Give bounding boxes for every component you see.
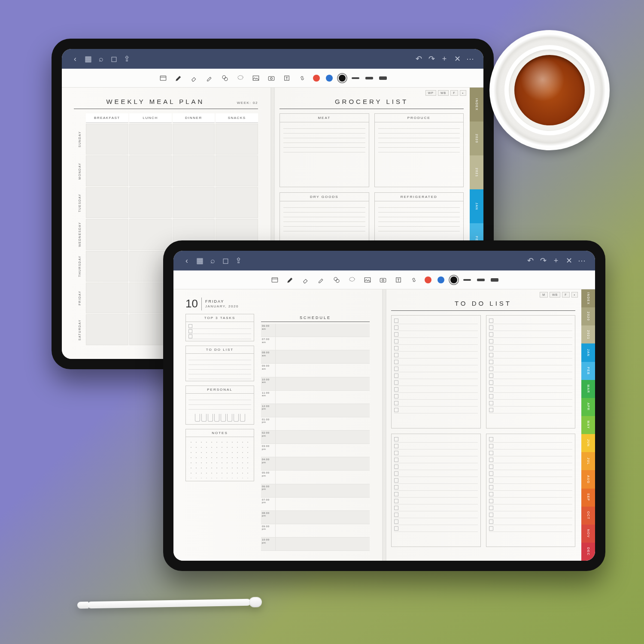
text-icon[interactable]: [282, 73, 292, 83]
side-tab[interactable]: SEP: [581, 489, 595, 507]
side-tab[interactable]: JUL: [581, 452, 595, 470]
image-icon[interactable]: [363, 275, 372, 285]
todo-row[interactable]: [394, 498, 478, 504]
schedule-row[interactable]: 06:00am: [261, 324, 370, 337]
todo-box[interactable]: [486, 315, 576, 428]
todo-row[interactable]: [394, 358, 478, 365]
color-blue[interactable]: [326, 75, 333, 82]
meal-cell[interactable]: [86, 219, 128, 250]
stroke-thin[interactable]: [352, 77, 359, 79]
todo-row[interactable]: [394, 450, 478, 456]
todo-row[interactable]: [489, 393, 573, 400]
link-icon[interactable]: [298, 73, 307, 83]
todo-row[interactable]: [489, 498, 573, 504]
side-tab[interactable]: JUN: [581, 434, 595, 452]
todo-row[interactable]: [489, 450, 573, 456]
panel-personal[interactable]: PERSONAL: [185, 386, 254, 425]
meal-cell[interactable]: [216, 124, 258, 155]
nav-chip[interactable]: •: [460, 90, 466, 96]
grid-icon[interactable]: ▦: [82, 54, 94, 64]
todo-row[interactable]: [489, 511, 573, 518]
schedule-row[interactable]: 07:00am: [261, 337, 370, 350]
side-tab[interactable]: JAN: [470, 189, 483, 223]
close-icon[interactable]: ✕: [451, 54, 464, 64]
todo-row[interactable]: [394, 525, 478, 532]
todo-row[interactable]: [489, 436, 573, 443]
camera-icon[interactable]: [378, 275, 388, 285]
more-icon[interactable]: ⋯: [575, 256, 588, 265]
todo-row[interactable]: [394, 407, 478, 413]
nav-chip[interactable]: WB: [550, 292, 560, 298]
pen-icon[interactable]: [174, 73, 183, 83]
stroke-thick[interactable]: [379, 76, 387, 80]
image-icon[interactable]: [251, 73, 261, 83]
todo-row[interactable]: [394, 372, 478, 379]
side-tab[interactable]: DEC: [581, 543, 595, 561]
side-tab[interactable]: 2021: [581, 325, 595, 343]
todo-row[interactable]: [489, 456, 573, 463]
todo-box[interactable]: [486, 434, 576, 547]
shapes-icon[interactable]: [332, 275, 341, 285]
share-icon[interactable]: ⇪: [120, 54, 133, 64]
meal-cell[interactable]: [216, 187, 258, 218]
side-tab[interactable]: 2020: [581, 307, 595, 325]
side-tab[interactable]: 2020: [470, 122, 483, 155]
todo-row[interactable]: [394, 484, 478, 491]
schedule-row[interactable]: 09:00am: [261, 364, 370, 377]
todo-row[interactable]: [489, 324, 573, 331]
pen-icon[interactable]: [286, 275, 295, 285]
schedule-row[interactable]: 08:00am: [261, 350, 370, 364]
todo-row[interactable]: [489, 358, 573, 365]
schedule-row[interactable]: 10:00pm: [261, 538, 370, 551]
todo-row[interactable]: [394, 504, 478, 511]
panel-notes[interactable]: NOTES: [185, 429, 254, 481]
todo-row[interactable]: [489, 372, 573, 379]
todo-row[interactable]: [394, 443, 478, 450]
side-tab[interactable]: 2021: [470, 155, 483, 189]
todo-row[interactable]: [489, 365, 573, 372]
nav-chip[interactable]: F: [450, 90, 458, 96]
search-icon[interactable]: ⌕: [94, 55, 107, 64]
link-icon[interactable]: [409, 275, 419, 285]
side-tab[interactable]: AUG: [581, 470, 595, 488]
todo-row[interactable]: [489, 331, 573, 338]
lasso-icon[interactable]: [347, 275, 357, 285]
meal-cell[interactable]: [173, 124, 215, 155]
meal-cell[interactable]: [216, 155, 258, 186]
meal-cell[interactable]: [129, 219, 172, 250]
meal-cell[interactable]: [129, 124, 172, 155]
back-icon[interactable]: ‹: [69, 55, 82, 64]
todo-row[interactable]: [394, 386, 478, 393]
todo-row[interactable]: [394, 511, 478, 518]
todo-box[interactable]: [391, 315, 481, 428]
todo-row[interactable]: [394, 331, 478, 338]
schedule-row[interactable]: 06:00pm: [261, 484, 370, 498]
stroke-med[interactable]: [365, 77, 373, 79]
color-red[interactable]: [313, 75, 320, 82]
side-tab[interactable]: MAR: [581, 380, 595, 398]
share-icon[interactable]: ⇪: [232, 256, 245, 265]
schedule-row[interactable]: 08:00pm: [261, 511, 370, 524]
todo-row[interactable]: [489, 484, 573, 491]
nav-chip[interactable]: WB: [438, 90, 449, 96]
schedule-row[interactable]: 03:00pm: [261, 444, 370, 457]
todo-row[interactable]: [394, 518, 478, 525]
todo-row[interactable]: [489, 477, 573, 484]
todo-row[interactable]: [489, 518, 573, 525]
schedule-row[interactable]: 02:00pm: [261, 431, 370, 444]
stroke-thick[interactable]: [491, 278, 498, 282]
side-tab[interactable]: INDEX: [470, 88, 483, 122]
todo-row[interactable]: [489, 379, 573, 386]
todo-row[interactable]: [394, 345, 478, 352]
grocery-box[interactable]: MEAT: [279, 113, 369, 187]
side-tab[interactable]: MAY: [581, 416, 595, 434]
todo-row[interactable]: [394, 470, 478, 477]
meal-cell[interactable]: [86, 124, 128, 155]
text-icon[interactable]: [394, 275, 403, 285]
todo-row[interactable]: [489, 470, 573, 477]
back-icon[interactable]: ‹: [180, 256, 193, 265]
nav-chip[interactable]: M: [540, 292, 548, 298]
schedule-row[interactable]: 05:00pm: [261, 471, 370, 484]
grocery-box[interactable]: PRODUCE: [374, 113, 464, 187]
todo-row[interactable]: [489, 338, 573, 345]
